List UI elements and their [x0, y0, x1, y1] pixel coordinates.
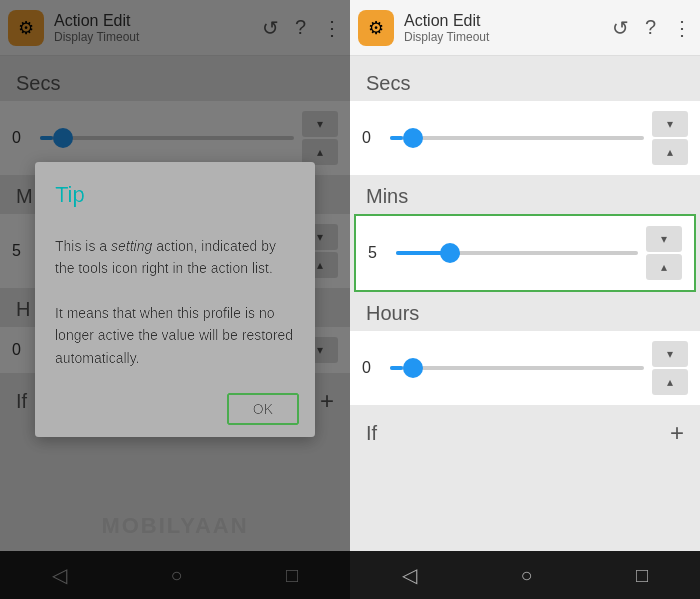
dialog-overlay: Tip This is a setting action, indicated … — [0, 0, 350, 599]
right-secs-down-btn[interactable]: ▾ — [652, 111, 688, 137]
left-panel: ⚙ Action Edit Display Timeout ↺ ? ⋮ Secs… — [0, 0, 350, 599]
right-plus-btn[interactable]: + — [670, 419, 684, 447]
right-app-icon: ⚙ — [358, 10, 394, 46]
right-hours-up-btn[interactable]: ▴ — [652, 369, 688, 395]
right-top-bar: ⚙ Action Edit Display Timeout ↺ ? ⋮ — [350, 0, 700, 56]
right-title-group: Action Edit Display Timeout — [404, 11, 612, 45]
right-back-btn[interactable]: ◁ — [402, 563, 417, 587]
right-hours-slider-row: 0 ▾ ▴ — [350, 331, 700, 405]
right-content-area: Secs 0 ▾ ▴ Mins 5 — [350, 56, 700, 551]
right-app-title: Action Edit — [404, 11, 612, 30]
right-mins-down-btn[interactable]: ▾ — [646, 226, 682, 252]
right-secs-arrows: ▾ ▴ — [652, 111, 688, 165]
dialog-body-line2: It means that when this profile is no lo… — [55, 302, 295, 369]
right-secs-value: 0 — [362, 129, 382, 147]
right-help-icon[interactable]: ? — [645, 16, 656, 39]
right-secs-slider-row: 0 ▾ ▴ — [350, 101, 700, 175]
right-back-icon: ◁ — [402, 563, 417, 587]
right-recent-btn[interactable]: □ — [636, 564, 648, 587]
right-recent-icon: □ — [636, 564, 648, 587]
right-hours-value: 0 — [362, 359, 382, 377]
right-app-icon-symbol: ⚙ — [368, 17, 384, 39]
right-menu-icon[interactable]: ⋮ — [672, 16, 692, 40]
right-top-bar-icons: ↺ ? ⋮ — [612, 16, 692, 40]
right-panel: ⚙ Action Edit Display Timeout ↺ ? ⋮ Secs… — [350, 0, 700, 599]
right-home-icon: ○ — [520, 564, 532, 587]
right-home-btn[interactable]: ○ — [520, 564, 532, 587]
right-hours-down-btn[interactable]: ▾ — [652, 341, 688, 367]
right-secs-track[interactable] — [390, 128, 644, 148]
right-mins-up-btn[interactable]: ▴ — [646, 254, 682, 280]
right-mins-slider-row: 5 ▾ ▴ — [354, 214, 696, 292]
dialog-body: This is a setting action, indicated by t… — [35, 219, 315, 385]
right-if-label: If — [366, 422, 377, 445]
right-refresh-icon[interactable]: ↺ — [612, 16, 629, 40]
tip-dialog: Tip This is a setting action, indicated … — [35, 162, 315, 437]
right-hours-arrows: ▾ ▴ — [652, 341, 688, 395]
right-mins-label: Mins — [350, 177, 700, 212]
right-hours-label: Hours — [350, 294, 700, 329]
dialog-actions: OK — [35, 385, 315, 437]
right-secs-up-btn[interactable]: ▴ — [652, 139, 688, 165]
dialog-title: Tip — [35, 162, 315, 219]
right-secs-label: Secs — [350, 64, 700, 99]
dialog-body-line1: This is a setting action, indicated by t… — [55, 235, 295, 280]
right-app-subtitle: Display Timeout — [404, 30, 612, 44]
right-if-row: If + — [350, 407, 700, 459]
dialog-ok-button[interactable]: OK — [227, 393, 299, 425]
right-bottom-nav: ◁ ○ □ — [350, 551, 700, 599]
right-hours-track[interactable] — [390, 358, 644, 378]
right-mins-track[interactable] — [396, 243, 638, 263]
right-mins-value: 5 — [368, 244, 388, 262]
right-mins-arrows: ▾ ▴ — [646, 226, 682, 280]
